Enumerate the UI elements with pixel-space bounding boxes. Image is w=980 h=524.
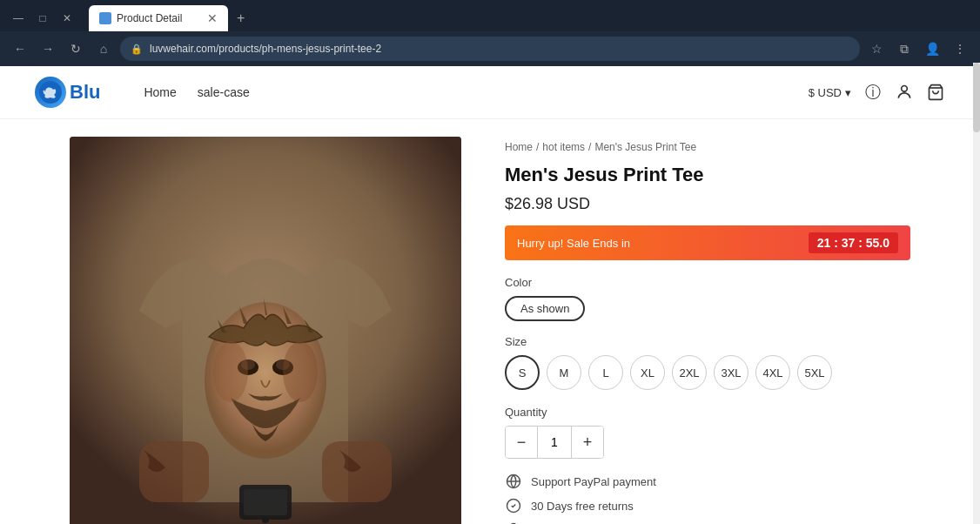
quantity-label: Quantity <box>505 406 910 419</box>
product-title: Men's Jesus Print Tee <box>505 164 910 186</box>
nav-sale-case[interactable]: sale-case <box>198 85 250 99</box>
profile-button[interactable]: 👤 <box>921 37 943 60</box>
bookmark-button[interactable]: ☆ <box>865 37 888 60</box>
svg-point-1 <box>902 86 908 92</box>
size-m[interactable]: M <box>547 355 581 390</box>
main-content: Home / hot items / Men's Jesus Print Tee… <box>0 137 980 524</box>
logo-icon <box>35 77 66 108</box>
tab-title: Product Detail <box>117 12 202 24</box>
home-button[interactable]: ⌂ <box>92 37 115 60</box>
tab-bar: — □ ✕ Product Detail ✕ + <box>0 0 980 31</box>
size-3xl[interactable]: 3XL <box>714 355 748 390</box>
url-text: luvwehair.com/products/ph-mens-jesus-pri… <box>150 43 381 55</box>
sale-text: Hurry up! Sale Ends in <box>517 237 630 250</box>
sale-banner: Hurry up! Sale Ends in 21 : 37 : 55.0 <box>505 225 910 260</box>
product-image-container <box>70 137 461 524</box>
close-window-button[interactable]: ✕ <box>56 7 78 30</box>
lock-icon: 🔒 <box>131 44 143 55</box>
reload-button[interactable]: ↻ <box>64 37 87 60</box>
features-list: Support PayPal payment 30 Days free retu… <box>505 473 910 524</box>
breadcrumb-sep-1: / <box>536 141 539 153</box>
address-bar[interactable]: 🔒 luvwehair.com/products/ph-mens-jesus-p… <box>120 37 860 61</box>
feature-paypal: Support PayPal payment <box>505 473 910 490</box>
returns-icon <box>505 497 522 514</box>
maximize-button[interactable]: □ <box>31 7 54 30</box>
new-tab-button[interactable]: + <box>232 7 250 30</box>
quantity-value: 1 <box>537 427 572 458</box>
size-xl[interactable]: XL <box>630 355 665 390</box>
svg-rect-14 <box>244 489 287 515</box>
product-price: $26.98 USD <box>505 195 910 213</box>
scrollbar[interactable] <box>973 63 980 524</box>
feature-returns: 30 Days free returns <box>505 497 910 514</box>
svg-rect-11 <box>139 441 209 502</box>
size-l[interactable]: L <box>588 355 623 390</box>
menu-button[interactable]: ⋮ <box>949 37 971 60</box>
close-tab-button[interactable]: ✕ <box>207 11 218 25</box>
paypal-text: Support PayPal payment <box>531 475 656 488</box>
currency-selector[interactable]: $ USD ▾ <box>809 86 851 99</box>
account-icon[interactable] <box>895 83 914 102</box>
scrollbar-thumb[interactable] <box>973 63 980 132</box>
extensions-button[interactable]: ⧉ <box>893 37 916 60</box>
website-content: Blu Home sale-case $ USD ▾ ⓘ <box>0 66 980 524</box>
logo-text: Blu <box>70 81 100 104</box>
browser-chrome: — □ ✕ Product Detail ✕ + ← → ↻ ⌂ 🔒 luvwe… <box>0 0 980 66</box>
quantity-increase[interactable]: + <box>572 427 603 458</box>
site-navigation: Home sale-case <box>144 85 249 99</box>
quantity-decrease[interactable]: − <box>506 427 537 458</box>
active-tab[interactable]: Product Detail ✕ <box>89 5 228 31</box>
size-4xl[interactable]: 4XL <box>755 355 790 390</box>
size-label: Size <box>505 335 910 348</box>
header-right: $ USD ▾ ⓘ <box>809 83 945 102</box>
forward-button[interactable]: → <box>37 37 59 60</box>
color-options: As shown <box>505 296 910 321</box>
minimize-button[interactable]: — <box>7 7 30 30</box>
currency-dropdown-icon: ▾ <box>845 86 851 99</box>
countdown-timer: 21 : 37 : 55.0 <box>809 232 898 253</box>
currency-value: $ USD <box>809 86 842 99</box>
address-bar-row: ← → ↻ ⌂ 🔒 luvwehair.com/products/ph-mens… <box>0 31 980 66</box>
breadcrumb-current: Men's Jesus Print Tee <box>594 141 696 153</box>
svg-point-9 <box>213 341 248 402</box>
product-image <box>70 137 461 524</box>
svg-rect-12 <box>322 441 392 502</box>
cart-icon[interactable] <box>926 83 945 102</box>
color-as-shown[interactable]: As shown <box>505 296 585 321</box>
size-options: S M L XL 2XL 3XL 4XL 5XL <box>505 355 910 390</box>
svg-point-10 <box>283 341 318 402</box>
quantity-control: − 1 + <box>505 426 604 459</box>
paypal-icon <box>505 473 522 490</box>
color-label: Color <box>505 276 910 289</box>
site-logo[interactable]: Blu <box>35 77 100 108</box>
size-5xl[interactable]: 5XL <box>797 355 832 390</box>
svg-point-15 <box>262 516 269 523</box>
breadcrumb-home[interactable]: Home <box>505 141 533 153</box>
back-button[interactable]: ← <box>9 37 31 60</box>
breadcrumb-hot-items[interactable]: hot items <box>542 141 585 153</box>
quantity-section: Quantity − 1 + <box>505 406 910 459</box>
site-header: Blu Home sale-case $ USD ▾ ⓘ <box>0 66 980 119</box>
breadcrumb-sep-2: / <box>588 141 591 153</box>
returns-text: 30 Days free returns <box>531 500 634 513</box>
info-icon[interactable]: ⓘ <box>863 83 883 102</box>
product-detail: Home / hot items / Men's Jesus Print Tee… <box>505 137 910 524</box>
nav-home[interactable]: Home <box>144 85 176 99</box>
size-s[interactable]: S <box>505 355 540 390</box>
breadcrumb: Home / hot items / Men's Jesus Print Tee <box>505 141 910 153</box>
size-2xl[interactable]: 2XL <box>672 355 707 390</box>
tab-favicon <box>99 12 111 24</box>
